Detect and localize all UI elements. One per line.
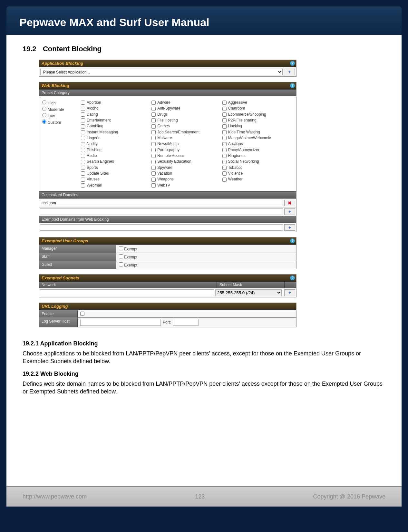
url-logging-title: URL Logging xyxy=(39,303,296,310)
custom-domain-input-empty[interactable] xyxy=(40,208,283,215)
radio-moderate[interactable]: Moderate xyxy=(42,106,81,112)
category-checkbox[interactable]: Phishing xyxy=(81,147,151,153)
category-checkbox[interactable]: Pornography xyxy=(151,147,222,153)
exempted-groups-panel: Exempted User Groups ? Manager Exempt St… xyxy=(39,237,296,269)
section-title: Content Blocking xyxy=(43,45,102,53)
web-blocking-panel: Web Blocking ? Preset Category High Mode… xyxy=(39,82,296,232)
web-blocking-title: Web Blocking ? xyxy=(39,82,296,89)
category-checkbox[interactable]: Ecommerce/Shopping xyxy=(222,111,293,117)
category-checkbox[interactable]: Malware xyxy=(151,135,222,141)
category-checkbox[interactable]: Tobacco xyxy=(222,165,293,170)
category-checkbox[interactable]: Gambling xyxy=(81,123,151,129)
category-checkbox[interactable]: File Hosting xyxy=(151,117,222,123)
log-server-input[interactable] xyxy=(80,319,161,326)
category-checkbox[interactable]: Hacking xyxy=(222,123,293,129)
category-checkbox[interactable]: Viruses xyxy=(81,176,151,182)
radio-custom[interactable]: Custom xyxy=(42,119,81,125)
category-checkbox[interactable]: Proxy/Anonymizer xyxy=(222,147,293,153)
help-icon[interactable]: ? xyxy=(290,238,295,243)
category-checkbox[interactable]: Vacation xyxy=(151,170,222,176)
category-checkbox[interactable]: Drugs xyxy=(151,111,222,117)
add-domain-button[interactable]: + xyxy=(284,208,295,215)
exempt-row-guest: Guest Exempt xyxy=(39,261,296,269)
category-checkbox[interactable]: Weather xyxy=(222,176,293,182)
radio-high[interactable]: High xyxy=(42,100,81,106)
category-checkbox[interactable]: Entertainment xyxy=(81,117,151,123)
network-input[interactable] xyxy=(40,289,214,296)
radio-low[interactable]: Low xyxy=(42,112,81,119)
category-checkbox[interactable]: Social Networking xyxy=(222,159,293,164)
category-column-3: AggressiveChatroomEcommerce/ShoppingP2P/… xyxy=(222,100,293,188)
category-checkbox[interactable]: Spyware xyxy=(151,165,222,170)
enable-label: Enable xyxy=(39,310,78,317)
app-blocking-panel: Application Blocking ? Please Select App… xyxy=(39,60,296,77)
category-checkbox[interactable]: Auctions xyxy=(222,141,293,147)
app-select[interactable]: Please Select Application... xyxy=(40,69,283,75)
add-app-button[interactable]: + xyxy=(284,69,295,75)
port-label: Port: xyxy=(163,320,171,324)
log-server-label: Log Server Host xyxy=(39,318,78,327)
section-number: 19.2 xyxy=(23,45,36,53)
category-checkbox[interactable]: Games xyxy=(151,123,222,129)
category-checkbox[interactable]: Violence xyxy=(222,170,293,176)
guest-exempt-checkbox[interactable]: Exempt xyxy=(119,263,137,267)
category-checkbox[interactable]: Adware xyxy=(151,100,222,105)
subsection-2-text: Defines web site domain names to be bloc… xyxy=(23,380,385,396)
category-checkbox[interactable]: Job Search/Employment xyxy=(151,129,222,135)
preset-category-header: Preset Category xyxy=(39,89,296,96)
manager-exempt-checkbox[interactable]: Exempt xyxy=(119,247,137,251)
add-subnet-button[interactable]: + xyxy=(284,289,295,296)
custom-domains-header: Customized Domains xyxy=(39,191,296,198)
port-input[interactable] xyxy=(173,319,199,326)
exempted-groups-title: Exempted User Groups ? xyxy=(39,237,296,245)
category-checkbox[interactable]: Ringtones xyxy=(222,153,293,159)
exempted-domain-input[interactable] xyxy=(40,224,283,231)
footer-copyright: Copyright @ 2016 Pepwave xyxy=(313,493,385,500)
category-checkbox[interactable]: P2P/File sharing xyxy=(222,117,293,123)
category-checkbox[interactable]: Anti-Spyware xyxy=(151,105,222,111)
url-logging-panel: URL Logging Enable Log Server Host Port: xyxy=(39,303,296,327)
subnet-columns: Network Subnet Mask xyxy=(39,282,296,288)
category-checkbox[interactable]: Sports xyxy=(81,165,151,170)
enable-checkbox[interactable] xyxy=(80,312,84,316)
category-checkbox[interactable]: Sexuality Education xyxy=(151,159,222,164)
preset-radio-group: High Moderate Low Custom xyxy=(42,100,81,188)
add-exempted-domain-button[interactable]: + xyxy=(284,224,295,231)
screenshot-area: Application Blocking ? Please Select App… xyxy=(39,60,296,327)
delete-domain-button[interactable]: ✖ xyxy=(284,200,295,206)
category-checkbox[interactable]: Alcohol xyxy=(81,105,151,111)
category-checkbox[interactable]: Dating xyxy=(81,111,151,117)
category-checkbox[interactable]: Aggressive xyxy=(222,100,293,105)
help-icon[interactable]: ? xyxy=(290,276,295,280)
subsection-2-heading: 19.2.2 Web Blocking xyxy=(23,371,385,377)
category-checkbox[interactable]: Radio xyxy=(81,153,151,159)
page-footer: http://www.pepwave.com 123 Copyright @ 2… xyxy=(6,486,402,507)
category-checkbox[interactable]: Lingerie xyxy=(81,135,151,141)
custom-domain-input[interactable] xyxy=(40,200,283,206)
category-checkbox[interactable]: Kids Time Wasting xyxy=(222,129,293,135)
help-icon[interactable]: ? xyxy=(290,61,295,66)
document-title: Pepwave MAX and Surf User Manual xyxy=(19,16,389,29)
category-checkbox[interactable]: WebTV xyxy=(151,182,222,188)
category-checkbox[interactable]: Webmail xyxy=(81,182,151,188)
subsection-1-text: Choose applications to be blocked from L… xyxy=(23,350,385,365)
category-checkbox[interactable]: Weapons xyxy=(151,176,222,182)
section-heading: 19.2 Content Blocking xyxy=(23,45,385,53)
category-checkbox[interactable]: Abortion xyxy=(81,100,151,105)
subnet-mask-select[interactable]: 255.255.255.0 (/24) xyxy=(215,289,282,296)
category-checkbox[interactable]: News/Media xyxy=(151,141,222,147)
category-checkbox[interactable]: Nudity xyxy=(81,141,151,147)
category-checkbox[interactable]: Search Engines xyxy=(81,159,151,164)
app-blocking-title: Application Blocking ? xyxy=(39,60,296,67)
exempted-subnets-title: Exempted Subnets ? xyxy=(39,275,296,282)
category-checkbox[interactable]: Chatroom xyxy=(222,105,293,111)
category-checkbox[interactable]: Update Sites xyxy=(81,170,151,176)
footer-url: http://www.pepwave.com xyxy=(23,493,87,500)
category-checkbox[interactable]: Manga/Anime/Webcomic xyxy=(222,135,293,141)
category-checkbox[interactable]: Remote Access xyxy=(151,153,222,159)
category-checkbox[interactable]: Instant Messaging xyxy=(81,129,151,135)
help-icon[interactable]: ? xyxy=(290,83,295,88)
staff-exempt-checkbox[interactable]: Exempt xyxy=(119,255,137,259)
category-column-1: AbortionAlcoholDatingEntertainmentGambli… xyxy=(81,100,151,188)
exempted-subnets-panel: Exempted Subnets ? Network Subnet Mask 2… xyxy=(39,274,296,297)
